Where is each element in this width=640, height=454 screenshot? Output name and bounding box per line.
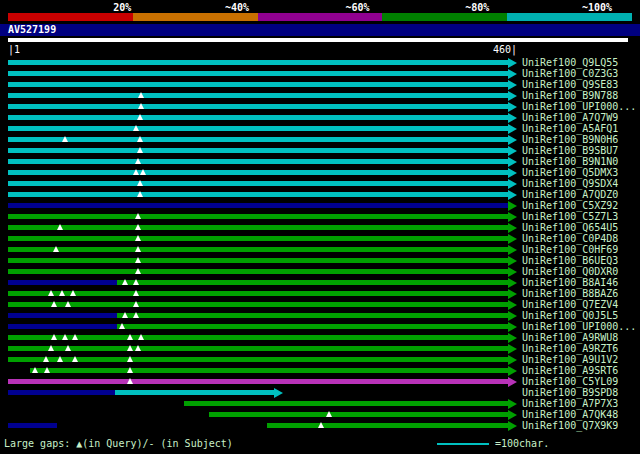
alignment-bar[interactable] xyxy=(8,104,508,109)
hit-label[interactable]: UniRef100_Q654U5 xyxy=(522,222,618,233)
alignment-bar[interactable] xyxy=(8,291,508,296)
hit-label[interactable]: UniRef100_A9SRT6 xyxy=(522,365,618,376)
hit-row[interactable]: UniRef100_A7QK48 xyxy=(0,409,640,420)
hit-label[interactable]: UniRef100_A7P7X3 xyxy=(522,398,618,409)
alignment-bar[interactable] xyxy=(8,423,57,428)
alignment-bar[interactable] xyxy=(8,346,508,351)
alignment-bar[interactable] xyxy=(8,181,508,186)
hit-label[interactable]: UniRef100_Q7EZV4 xyxy=(522,299,618,310)
hit-label[interactable]: UniRef100_UPI000... xyxy=(522,321,636,332)
hit-label[interactable]: UniRef100_C5XZ92 xyxy=(522,200,618,211)
alignment-bar[interactable] xyxy=(117,324,508,329)
hit-label[interactable]: UniRef100_C5Z7L3 xyxy=(522,211,618,222)
alignment-bar[interactable] xyxy=(8,302,508,307)
alignment-bar[interactable] xyxy=(267,423,508,428)
hit-row[interactable]: UniRef100_C5XZ92 xyxy=(0,200,640,211)
hit-row[interactable]: UniRef100_A7Q7W9 xyxy=(0,112,640,123)
hit-label[interactable]: UniRef100_A9RZT6 xyxy=(522,343,618,354)
hit-label[interactable]: UniRef100_C5YL09 xyxy=(522,376,618,387)
hit-label[interactable]: UniRef100_B9N1N0 xyxy=(522,156,618,167)
alignment-bar[interactable] xyxy=(8,390,115,395)
hit-row[interactable]: UniRef100_Q7EZV4 xyxy=(0,299,640,310)
hit-label[interactable]: UniRef100_UPI000... xyxy=(522,101,636,112)
alignment-bar[interactable] xyxy=(8,313,117,318)
hit-label[interactable]: UniRef100_B9SPD8 xyxy=(522,387,618,398)
hit-row[interactable]: UniRef100_C0HF69 xyxy=(0,244,640,255)
hit-label[interactable]: UniRef100_Q9SDX4 xyxy=(522,178,618,189)
hit-row[interactable]: UniRef100_B6UEQ3 xyxy=(0,255,640,266)
hit-label[interactable]: UniRef100_A9U1V2 xyxy=(522,354,618,365)
alignment-bar[interactable] xyxy=(8,379,508,384)
alignment-bar[interactable] xyxy=(8,225,508,230)
hit-row[interactable]: UniRef100_Q7X9K9 xyxy=(0,420,640,431)
hit-label[interactable]: UniRef100_C0HF69 xyxy=(522,244,618,255)
alignment-bar[interactable] xyxy=(8,71,508,76)
hit-label[interactable]: UniRef100_B8BAZ6 xyxy=(522,288,618,299)
alignment-bar[interactable] xyxy=(8,93,508,98)
alignment-bar[interactable] xyxy=(8,82,508,87)
alignment-bar[interactable] xyxy=(209,412,508,417)
hit-label[interactable]: UniRef100_A5AFQ1 xyxy=(522,123,618,134)
hit-row[interactable]: UniRef100_A9RZT6 xyxy=(0,343,640,354)
hit-row[interactable]: UniRef100_Q9SDX4 xyxy=(0,178,640,189)
hit-label[interactable]: UniRef100_C0Z3G3 xyxy=(522,68,618,79)
hit-row[interactable]: UniRef100_A9U1V2 xyxy=(0,354,640,365)
hit-row[interactable]: UniRef100_UPI000... xyxy=(0,321,640,332)
hit-row[interactable]: UniRef100_B8AI46 xyxy=(0,277,640,288)
alignment-bar[interactable] xyxy=(8,236,508,241)
hit-label[interactable]: UniRef100_B8AI46 xyxy=(522,277,618,288)
hit-row[interactable]: UniRef100_C0Z3G3 xyxy=(0,68,640,79)
alignment-bar[interactable] xyxy=(8,357,508,362)
hit-row[interactable]: UniRef100_B9N0H6 xyxy=(0,134,640,145)
hit-label[interactable]: UniRef100_B9SBU7 xyxy=(522,145,618,156)
hit-label[interactable]: UniRef100_B9N0H6 xyxy=(522,134,618,145)
alignment-bar[interactable] xyxy=(115,390,275,395)
hit-row[interactable]: UniRef100_UPI000... xyxy=(0,101,640,112)
hit-row[interactable]: UniRef100_C5Z7L3 xyxy=(0,211,640,222)
hit-row[interactable]: UniRef100_B9SPD8 xyxy=(0,387,640,398)
hit-label[interactable]: UniRef100_A7Q7W9 xyxy=(522,112,618,123)
alignment-bar[interactable] xyxy=(184,401,508,406)
hit-row[interactable]: UniRef100_B8BAZ6 xyxy=(0,288,640,299)
hit-label[interactable]: UniRef100_B9N788 xyxy=(522,90,618,101)
hit-row[interactable]: UniRef100_Q9SE83 xyxy=(0,79,640,90)
hit-row[interactable]: UniRef100_Q0DXR0 xyxy=(0,266,640,277)
hit-row[interactable]: UniRef100_B9SBU7 xyxy=(0,145,640,156)
hit-row[interactable]: UniRef100_A9SRT6 xyxy=(0,365,640,376)
hit-label[interactable]: UniRef100_A7QDZ0 xyxy=(522,189,618,200)
alignment-bar[interactable] xyxy=(117,280,508,285)
hit-label[interactable]: UniRef100_Q0DXR0 xyxy=(522,266,618,277)
hit-label[interactable]: UniRef100_B6UEQ3 xyxy=(522,255,618,266)
alignment-bar[interactable] xyxy=(8,247,508,252)
hit-row[interactable]: UniRef100_A9RWU8 xyxy=(0,332,640,343)
hit-row[interactable]: UniRef100_Q654U5 xyxy=(0,222,640,233)
alignment-bar[interactable] xyxy=(8,170,508,175)
alignment-bar[interactable] xyxy=(8,280,117,285)
hit-label[interactable]: UniRef100_A7QK48 xyxy=(522,409,618,420)
hit-row[interactable]: UniRef100_B9N1N0 xyxy=(0,156,640,167)
hit-row[interactable]: UniRef100_C5YL09 xyxy=(0,376,640,387)
hit-label[interactable]: UniRef100_A9RWU8 xyxy=(522,332,618,343)
hit-row[interactable]: UniRef100_Q0J5L5 xyxy=(0,310,640,321)
hit-label[interactable]: UniRef100_Q5DMX3 xyxy=(522,167,618,178)
alignment-bar[interactable] xyxy=(8,115,508,120)
hit-row[interactable]: UniRef100_A5AFQ1 xyxy=(0,123,640,134)
alignment-bar[interactable] xyxy=(8,335,508,340)
alignment-bar[interactable] xyxy=(30,368,508,373)
hit-row[interactable]: UniRef100_A7P7X3 xyxy=(0,398,640,409)
hit-row[interactable]: UniRef100_C0P4D8 xyxy=(0,233,640,244)
alignment-bar[interactable] xyxy=(8,269,508,274)
alignment-bar[interactable] xyxy=(8,258,508,263)
alignment-bar[interactable] xyxy=(117,313,508,318)
alignment-bar[interactable] xyxy=(8,126,508,131)
alignment-bar[interactable] xyxy=(8,214,508,219)
hit-row[interactable]: UniRef100_A7QDZ0 xyxy=(0,189,640,200)
alignment-bar[interactable] xyxy=(8,192,508,197)
hit-label[interactable]: UniRef100_Q9SE83 xyxy=(522,79,618,90)
hit-label[interactable]: UniRef100_Q9LQ55 xyxy=(522,57,618,68)
hit-label[interactable]: UniRef100_Q0J5L5 xyxy=(522,310,618,321)
hit-row[interactable]: UniRef100_Q5DMX3 xyxy=(0,167,640,178)
alignment-bar[interactable] xyxy=(8,324,117,329)
alignment-bar[interactable] xyxy=(8,148,508,153)
alignment-bar[interactable] xyxy=(8,137,508,142)
